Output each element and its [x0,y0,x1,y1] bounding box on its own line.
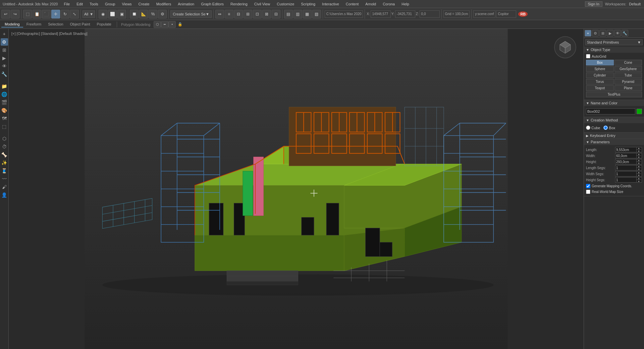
panel-utils-icon[interactable]: 🔧 [622,30,628,37]
panel-display-icon[interactable]: 👁 [614,30,621,37]
menu-help[interactable]: Help [398,1,413,7]
sidebar-anim-icon[interactable]: ⏱ [1,143,8,150]
panel-motion-icon[interactable]: ▶ [607,30,613,37]
panel-create-icon[interactable]: + [585,30,591,37]
create-selection-button[interactable]: Create Selection Se ▼ [170,10,212,18]
width-input[interactable] [615,154,636,158]
cube-radio[interactable] [586,126,590,130]
layer-btn3[interactable]: ▦ [303,10,312,18]
sidebar-cloth-icon[interactable]: 🧵 [1,167,8,174]
keyboard-entry-header[interactable]: ▶ Keyboard Entry [584,133,644,139]
align-btn6[interactable]: ⊟ [272,10,280,18]
layer-btn4[interactable]: ▧ [312,10,321,18]
menu-content[interactable]: Content [342,1,362,7]
object-name-input[interactable] [586,108,635,114]
sidebar-motion-icon[interactable]: ▶ [1,54,8,62]
tab-modeling[interactable]: Modeling [1,21,23,28]
menu-civil-view[interactable]: Civil View [251,1,273,7]
sidebar-env-icon[interactable]: 🌐 [1,91,8,98]
width-down-icon[interactable]: ▼ [636,156,641,158]
align-btn2[interactable]: ⊟ [234,10,243,18]
select-by-name-button[interactable]: 📋 [33,10,41,18]
length-up-icon[interactable]: ▲ [636,147,641,150]
height-segs-input[interactable] [615,178,636,182]
length-segs-up-icon[interactable]: ▲ [636,165,641,168]
btn-sphere[interactable]: Sphere [586,66,614,72]
menu-group[interactable]: Group [102,1,119,7]
menu-scripting[interactable]: Scripting [298,1,319,7]
btn-cone[interactable]: Cone [614,60,642,65]
btn-box[interactable]: Box [586,60,614,65]
name-color-header[interactable]: ▼ Name and Color [584,100,644,106]
sidebar-rigging-icon[interactable]: 🦴 [1,151,8,158]
generate-mapping-checkbox[interactable] [586,184,590,188]
btn-torus[interactable]: Torus [586,79,614,85]
layer-btn2[interactable]: ▥ [293,10,302,18]
panel-modify-icon[interactable]: ⚙ [592,30,599,37]
menu-corona[interactable]: Corona [379,1,398,7]
btn-plane[interactable]: Plane [614,85,642,91]
angle-snap-button[interactable]: 📐 [139,10,148,18]
height-up-icon[interactable]: ▲ [636,159,641,162]
sidebar-layer-icon[interactable]: ⬚ [1,123,8,130]
object-type-header[interactable]: ▼ Object Type [584,47,644,53]
tab-populate[interactable]: Populate [93,21,114,28]
lock-icon[interactable]: 🔒 [178,22,182,27]
length-segs-input[interactable] [615,166,636,170]
edge-tool-btn[interactable]: ━ [161,21,168,28]
color-swatch[interactable] [637,109,642,114]
redo-button[interactable]: ↪ [11,10,19,18]
spinner-snap-button[interactable]: ⚙ [158,10,167,18]
btn-textplus[interactable]: TextPlus [586,92,642,97]
btn-teapot[interactable]: Teapot [586,85,614,91]
undo-button[interactable]: ↩ [1,10,10,18]
select-region-button[interactable]: ⬛ [42,10,51,18]
sidebar-map-icon[interactable]: 🗺 [1,115,8,122]
menu-animation[interactable]: Animation [174,1,198,7]
filter-dropdown[interactable]: All ▼ [83,10,95,18]
btn-geosphere[interactable]: GeoSphere [614,66,642,72]
width-segs-down-icon[interactable]: ▼ [636,174,641,177]
align-btn3[interactable]: ⊞ [244,10,252,18]
tab-object-paint[interactable]: Object Paint [67,21,94,28]
mirror-button[interactable]: ⇔ [215,10,224,18]
view-cube-button[interactable]: ⬜ [108,10,117,18]
real-world-checkbox[interactable] [586,190,590,194]
menu-views[interactable]: Views [118,1,135,7]
sidebar-display-icon[interactable]: 👁 [1,62,8,70]
menu-file[interactable]: File [60,1,73,7]
rotate-button[interactable]: ↻ [61,10,69,18]
sidebar-hierarchy-icon[interactable]: ⊞ [1,46,8,54]
layer-btn[interactable]: ▤ [284,10,293,18]
panel-hierarchy-icon[interactable]: ⊞ [599,30,606,37]
height-segs-up-icon[interactable]: ▲ [636,177,641,180]
select-object-button[interactable]: ⬚ [23,10,32,18]
creation-method-header[interactable]: ▼ Creation Method [584,117,644,123]
btn-pyramid[interactable]: Pyramid [614,79,642,85]
tab-freeform[interactable]: Freeform [23,21,45,28]
sidebar-hair-icon[interactable]: 〰 [1,175,8,183]
sidebar-material-icon[interactable]: 🎨 [1,107,8,114]
sidebar-populate-icon[interactable]: 👤 [1,191,8,199]
align-btn5[interactable]: ⊠ [262,10,271,18]
sidebar-paint-icon[interactable]: 🖌 [1,183,8,191]
length-down-icon[interactable]: ▼ [636,150,641,152]
width-up-icon[interactable]: ▲ [636,153,641,156]
sidebar-create-icon[interactable]: + [1,30,8,38]
sidebar-fx-icon[interactable]: ✨ [1,159,8,166]
user-avatar[interactable]: RB [518,11,528,17]
btn-cylinder[interactable]: Cylinder [586,72,614,78]
vertex-tool-btn[interactable]: • [168,21,176,28]
menu-rendering[interactable]: Rendering [227,1,251,7]
menu-interactive[interactable]: Interactive [319,1,342,7]
menu-graph-editors[interactable]: Graph Editors [198,1,227,7]
autogrid-checkbox[interactable] [586,54,590,58]
menu-customize[interactable]: Customize [273,1,298,7]
align-button[interactable]: ≡ [225,10,233,18]
percent-snap-button[interactable]: % [149,10,157,18]
parameters-header[interactable]: ▼ Parameters [584,139,644,145]
menu-create[interactable]: Create [135,1,153,7]
align-btn4[interactable]: ⊡ [253,10,262,18]
scale-button[interactable]: ⤡ [70,10,79,18]
sidebar-xref-icon[interactable]: ⬡ [1,135,8,142]
